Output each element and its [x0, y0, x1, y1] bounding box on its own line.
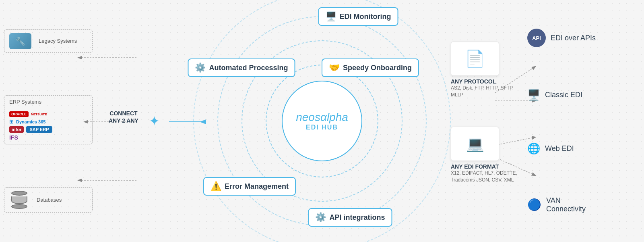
ifs-logo: IFS [9, 134, 18, 141]
web-edi-item: 🌐 Web EDI [527, 142, 640, 155]
protocol-detail: AS2, Disk, FTP, HTTP, SFTP, MLLP [451, 85, 523, 98]
right-panel: API EDI over APIs 🖥️ Classic EDI 🌐 Web E… [523, 0, 644, 242]
oracle-logo: ORACLE [9, 111, 29, 117]
van-connectivity-label: VAN Connectivity [546, 196, 586, 213]
api-integrations-label: API integrations [329, 213, 385, 222]
handshake-icon: 🤝 [329, 63, 340, 73]
netsuite-logo: NETSUITE [31, 113, 47, 116]
warning-icon: ⚠️ [211, 181, 221, 192]
database-icon [9, 191, 29, 209]
microsoft-logo-icon: ⊞ [9, 119, 14, 125]
gear-icon: ⚙️ [195, 63, 206, 73]
classic-edi-item: 🖥️ Classic EDI [527, 89, 640, 101]
infor-logo: infor [9, 126, 24, 133]
legacy-systems-label: Legacy Systems [39, 38, 77, 44]
db-body [11, 196, 27, 204]
format-detail: X12, EDIFACT, HL7, ODETTE, Tradacoms JSO… [451, 170, 523, 184]
speedy-onboarding-label: Speedy Onboarding [343, 64, 412, 72]
format-title: ANY EDI FORMAT [451, 163, 523, 170]
connect-network-icon: ✦ [149, 113, 160, 129]
db-disk-top [11, 191, 27, 196]
api-gear-icon: ⚙️ [315, 212, 326, 223]
edi-over-apis-item: API EDI over APIs [527, 29, 640, 47]
web-edi-label: Web EDI [545, 144, 574, 153]
databases-label: Databases [37, 197, 62, 203]
infor-sap-row: infor SAP ERP [9, 126, 52, 133]
feature-box-edi-monitoring: 🖥️ EDI Monitoring [318, 7, 398, 26]
protocol-area: 📄 ANY PROTOCOL AS2, Disk, FTP, HTTP, SFT… [451, 42, 523, 98]
dynamics-row: ⊞ Dynamics 365 [9, 119, 45, 125]
connect-label: CONNECT ANY 2 ANY [109, 110, 138, 124]
erp-systems-section: ERP Systems ORACLE NETSUITE ⊞ Dynamics 3… [4, 95, 93, 144]
connect-text-line2: ANY 2 ANY [109, 117, 138, 124]
van-icon: 🔵 [527, 198, 541, 211]
legacy-icon: 🔧 [9, 33, 31, 49]
van-connectivity-item: 🔵 VAN Connectivity [527, 196, 640, 213]
protocol-icon-box: 📄 [451, 42, 499, 76]
connect-text-line1: CONNECT [109, 110, 138, 117]
protocol-document-icon: 📄 [465, 49, 485, 68]
hub-subtitle: EDI HUB [306, 124, 338, 131]
feature-box-speedy-onboarding: 🤝 Speedy Onboarding [322, 58, 419, 77]
format-icon-box: 💻 [451, 127, 499, 161]
feature-box-api-integrations: ⚙️ API integrations [308, 208, 392, 227]
left-panel: 🔧 Legacy Systems ERP Systems ORACLE NETS… [0, 0, 97, 242]
center-hub: neosαlpha EDI HUB [282, 81, 362, 161]
protocol-title: ANY PROTOCOL [451, 78, 523, 85]
format-code-icon: 💻 [466, 136, 484, 152]
api-icon: API [527, 29, 546, 47]
dynamics-logo: Dynamics 365 [16, 119, 45, 124]
erp-logos: ORACLE NETSUITE ⊞ Dynamics 365 infor SAP… [9, 111, 52, 141]
ifs-row: IFS [9, 134, 18, 141]
classic-edi-icon: 🖥️ [527, 89, 540, 101]
classic-edi-label: Classic EDI [545, 91, 582, 99]
format-area: 💻 ANY EDI FORMAT X12, EDIFACT, HL7, ODET… [451, 127, 523, 184]
automated-processing-label: Automated Processing [209, 64, 288, 72]
diagram-container: neosαlpha EDI HUB 🖥️ EDI Monitoring ⚙️ A… [0, 0, 644, 242]
hub-title: neosαlpha [296, 111, 348, 124]
error-management-label: Error Management [225, 182, 289, 191]
feature-box-automated-processing: ⚙️ Automated Processing [188, 58, 295, 77]
oracle-netsuite-row: ORACLE NETSUITE [9, 111, 47, 117]
erp-systems-label: ERP Systems [9, 99, 41, 105]
databases-section: Databases [4, 187, 93, 213]
format-panel: ANY EDI FORMAT X12, EDIFACT, HL7, ODETTE… [451, 163, 523, 184]
feature-box-error-management: ⚠️ Error Management [203, 177, 296, 196]
monitor-icon: 🖥️ [326, 11, 336, 22]
legacy-systems-section: 🔧 Legacy Systems [4, 29, 93, 53]
web-edi-icon: 🌐 [527, 142, 540, 155]
edi-over-apis-label: EDI over APIs [551, 34, 596, 42]
protocol-panel: ANY PROTOCOL AS2, Disk, FTP, HTTP, SFTP,… [451, 78, 523, 98]
sap-logo: SAP ERP [26, 126, 52, 133]
db-disk-bottom [11, 204, 27, 209]
edi-monitoring-label: EDI Monitoring [340, 13, 391, 21]
